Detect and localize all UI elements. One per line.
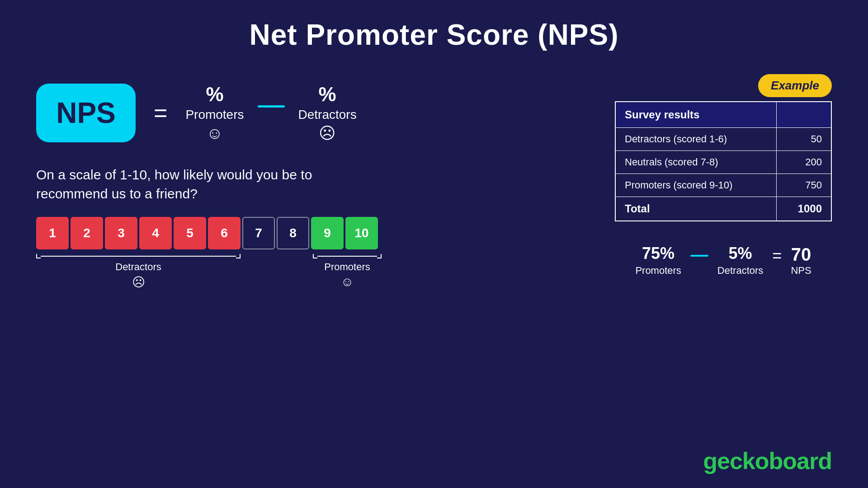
bracket-promoters-emoji: ☺: [341, 275, 354, 289]
table-row-promoters: Promoters (scored 9-10) 750: [615, 174, 831, 197]
calc-nps-label: NPS: [791, 265, 811, 277]
scale-cell-5: 5: [174, 217, 206, 249]
page-title: Net Promoter Score (NPS): [0, 0, 868, 52]
calc-detractors: 5% Detractors: [717, 244, 763, 277]
nps-badge: NPS: [36, 84, 136, 142]
promoters-row-label: Promoters (scored 9-10): [615, 174, 777, 197]
promoters-bracket: Promoters ☺: [313, 254, 382, 289]
scale-cell-1: 1: [36, 217, 69, 249]
calc-nps-result: 70 NPS: [791, 244, 811, 277]
neutrals-row-label: Neutrals (scored 7-8): [615, 151, 777, 174]
equals-sign: =: [154, 99, 167, 127]
table-row-neutrals: Neutrals (scored 7-8) 200: [615, 151, 831, 174]
formula-detractors: % Detractors ☹: [298, 83, 357, 143]
promoters-row-value: 750: [777, 174, 831, 197]
table-header-label: Survey results: [615, 102, 777, 128]
scale-bar: 1 2 3 4 5 6 7 8 9 10: [36, 217, 588, 249]
scale-container: 1 2 3 4 5 6 7 8 9 10: [36, 217, 588, 290]
calc-minus-dash: [690, 255, 708, 257]
bracket-horizontal-promoter: [317, 256, 377, 257]
total-label: Total: [615, 197, 777, 221]
formula-promoters: % Promoters ☺: [185, 83, 244, 143]
detractors-emoji: ☹: [319, 124, 336, 143]
bracket-detractors-emoji: ☹: [132, 275, 145, 290]
scale-cell-2: 2: [71, 217, 103, 249]
formula-row: NPS = % Promoters ☺ % Detractors ☹: [36, 83, 588, 143]
detractors-row-value: 50: [777, 128, 831, 151]
calc-detractors-pct: 5%: [729, 244, 752, 263]
bracket-promoters-label: Promoters: [324, 261, 370, 273]
neutrals-row-value: 200: [777, 151, 831, 174]
calc-promoters-label: Promoters: [635, 265, 681, 277]
scale-cell-3: 3: [105, 217, 137, 249]
survey-table: Survey results Detractors (scored 1-6) 5…: [615, 101, 832, 221]
bracket-horizontal-left: [41, 256, 236, 257]
bracket-corner-right: [236, 254, 241, 258]
detractors-label: Detractors: [298, 108, 357, 122]
total-value: 1000: [777, 197, 831, 221]
right-section: Example Survey results Detractors (score…: [615, 79, 832, 290]
detractors-bracket: Detractors ☹: [36, 254, 241, 290]
detractors-percent: %: [319, 83, 336, 106]
calc-nps-value: 70: [791, 244, 811, 265]
scale-cell-8: 8: [277, 217, 309, 249]
logo-text: geckoboard: [703, 448, 832, 474]
promoters-emoji: ☺: [207, 124, 223, 143]
table-row-detractors: Detractors (scored 1-6) 50: [615, 128, 831, 151]
calc-promoters: 75% Promoters: [635, 244, 681, 277]
example-badge: Example: [758, 74, 832, 97]
scale-cell-7: 7: [242, 217, 275, 249]
detractors-row-label: Detractors (scored 1-6): [615, 128, 777, 151]
bracket-corner-left: [36, 254, 41, 258]
promoters-percent: %: [206, 83, 223, 106]
scale-question: On a scale of 1-10, how likely would you…: [36, 165, 588, 203]
table-header-value: [777, 102, 831, 128]
calc-equals: =: [772, 246, 782, 265]
minus-separator: [258, 105, 285, 108]
calc-promoters-pct: 75%: [642, 244, 675, 263]
nps-calc-row: 75% Promoters 5% Detractors = 70 NPS: [615, 244, 832, 277]
calc-detractors-label: Detractors: [717, 265, 763, 277]
geckoboard-logo: geckoboard: [703, 447, 832, 474]
promoters-label: Promoters: [185, 108, 244, 122]
minus-dash: [258, 105, 285, 108]
bracket-promoter-corner-left: [313, 254, 317, 258]
nps-badge-text: NPS: [56, 96, 116, 130]
bracket-detractors-label: Detractors: [115, 261, 161, 273]
scale-cell-6: 6: [208, 217, 241, 249]
table-row-total: Total 1000: [615, 197, 831, 221]
scale-cell-10: 10: [345, 217, 378, 249]
left-section: NPS = % Promoters ☺ % Detractors ☹: [36, 79, 588, 290]
scale-cell-4: 4: [139, 217, 172, 249]
bracket-promoter-corner-right: [377, 254, 382, 258]
scale-cell-9: 9: [311, 217, 344, 249]
